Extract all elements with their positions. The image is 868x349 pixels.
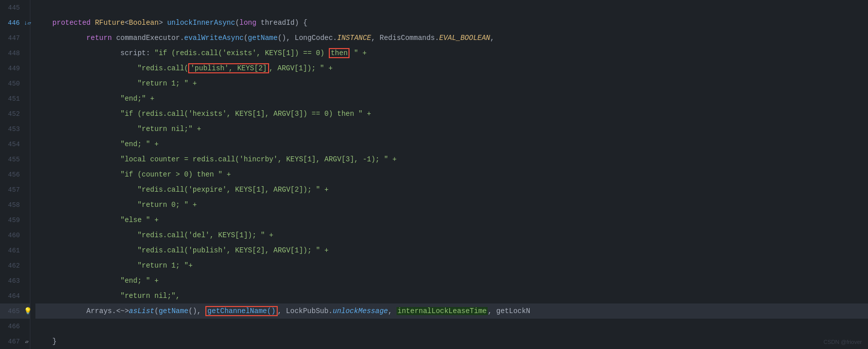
line-row-447: 447 xyxy=(0,30,30,46)
line-num-461: 461 xyxy=(0,247,24,254)
code-line-465: Arrays.<~>asList(getName(), getChannelNa… xyxy=(35,303,868,319)
keyword-protected: protected xyxy=(35,19,95,27)
line-num-449: 449 xyxy=(0,65,24,72)
line-row-456: 456 xyxy=(0,167,30,182)
line-icon-446: ↓▱ xyxy=(24,19,30,27)
code-editor: 445 446 ↓▱ 447 448 449 xyxy=(0,0,868,349)
line-num-446: 446 xyxy=(0,19,24,27)
line-num-467: 467 xyxy=(0,338,24,345)
line-num-451: 451 xyxy=(0,95,24,103)
line-row-458: 458 xyxy=(0,197,30,212)
line-num-459: 459 xyxy=(0,216,24,224)
code-line-458: "return 0; " + xyxy=(35,197,868,212)
line-num-454: 454 xyxy=(0,141,24,148)
red-highlight-then: then xyxy=(329,48,350,58)
line-row-465: 465 💡 xyxy=(0,303,30,319)
code-line-466 xyxy=(35,319,868,334)
line-icon-467: ▱ xyxy=(24,338,30,345)
line-num-465: 465 xyxy=(0,308,24,315)
code-line-456: "if (counter > 0) then " + xyxy=(35,167,868,182)
line-num-466: 466 xyxy=(0,323,24,330)
code-line-448: script: "if (redis.call('exists', KEYS[1… xyxy=(35,46,868,61)
method-getName: getName xyxy=(159,307,189,315)
line-row-459: 459 xyxy=(0,212,30,228)
line-row-450: 450 xyxy=(0,76,30,91)
code-line-455: "local counter = redis.call('hincrby', K… xyxy=(35,152,868,167)
line-num-456: 456 xyxy=(0,171,24,179)
line-num-464: 464 xyxy=(0,292,24,300)
red-highlight-publish: 'publish', KEYS[2] xyxy=(188,63,269,73)
line-num-452: 452 xyxy=(0,110,24,118)
watermark: CSDN @friover xyxy=(823,339,862,345)
code-line-452: "if (redis.call('hexists', KEYS[1], ARGV… xyxy=(35,106,868,121)
code-line-446: protected RFuture<Boolean> unlockInnerAs… xyxy=(35,15,868,30)
line-row-452: 452 xyxy=(0,106,30,121)
line-row-455: 455 xyxy=(0,152,30,167)
line-row-462: 462 xyxy=(0,258,30,273)
code-line-457: "redis.call('pexpire', KEYS[1], ARGV[2])… xyxy=(35,182,868,197)
method-asList: asList xyxy=(129,307,154,315)
code-line-451: "end;" + xyxy=(35,91,868,106)
line-num-455: 455 xyxy=(0,156,24,163)
code-line-467: } xyxy=(35,334,868,349)
code-line-445 xyxy=(35,0,868,15)
line-row-449: 449 xyxy=(0,61,30,76)
line-icon-bulb-465: 💡 xyxy=(24,307,30,315)
line-num-447: 447 xyxy=(0,34,24,42)
line-row-467: 467 ▱ xyxy=(0,334,30,349)
line-numbers-container: 445 446 ↓▱ 447 448 449 xyxy=(0,0,30,349)
line-row-453: 453 xyxy=(0,121,30,137)
code-line-464: "return nil;", xyxy=(35,288,868,303)
line-row-457: 457 xyxy=(0,182,30,197)
line-row-460: 460 xyxy=(0,228,30,243)
code-line-459: "else " + xyxy=(35,212,868,228)
line-num-460: 460 xyxy=(0,232,24,239)
line-row-454: 454 xyxy=(0,137,30,152)
code-line-461: "redis.call('publish', KEYS[2], ARGV[1])… xyxy=(35,243,868,258)
line-num-462: 462 xyxy=(0,262,24,270)
line-num-450: 450 xyxy=(0,80,24,88)
line-row-445: 445 xyxy=(0,0,30,15)
line-num-458: 458 xyxy=(0,201,24,209)
line-num-457: 457 xyxy=(0,186,24,194)
code-line-463: "end; " + xyxy=(35,273,868,288)
code-line-454: "end; " + xyxy=(35,137,868,152)
line-row-463: 463 xyxy=(0,273,30,288)
line-row-448: 448 xyxy=(0,46,30,61)
type-rfuture: RFuture xyxy=(95,19,125,27)
code-line-450: "return 1; " + xyxy=(35,76,868,91)
line-row-464: 464 xyxy=(0,288,30,303)
line-num-453: 453 xyxy=(0,125,24,133)
line-row-461: 461 xyxy=(0,243,30,258)
code-line-449: "redis.call('publish', KEYS[2], ARGV[1])… xyxy=(35,61,868,76)
line-num-463: 463 xyxy=(0,277,24,285)
code-line-462: "return 1; "+ xyxy=(35,258,868,273)
type-boolean: Boolean xyxy=(129,19,159,27)
line-row-446: 446 ↓▱ xyxy=(0,15,30,30)
field-internalLockLeaseTime: internalLockLeaseTime xyxy=(397,307,488,315)
line-gutter: 445 446 ↓▱ 447 448 449 xyxy=(0,0,30,349)
line-num-445: 445 xyxy=(0,4,24,12)
code-line-453: "return nil;" + xyxy=(35,121,868,137)
code-area: protected RFuture<Boolean> unlockInnerAs… xyxy=(30,0,868,349)
code-line-460: "redis.call('del', KEYS[1]); " + xyxy=(35,228,868,243)
method-unlockMessage: unlockMessage xyxy=(333,307,388,315)
line-row-451: 451 xyxy=(0,91,30,106)
line-row-466: 466 xyxy=(0,319,30,334)
code-line-447: return commandExecutor.evalWriteAsync(ge… xyxy=(35,30,868,46)
line-num-448: 448 xyxy=(0,50,24,57)
method-unlockInnerAsync: unlockInnerAsync xyxy=(167,19,235,27)
red-highlight-getChannelName: getChannelName() xyxy=(205,306,277,316)
